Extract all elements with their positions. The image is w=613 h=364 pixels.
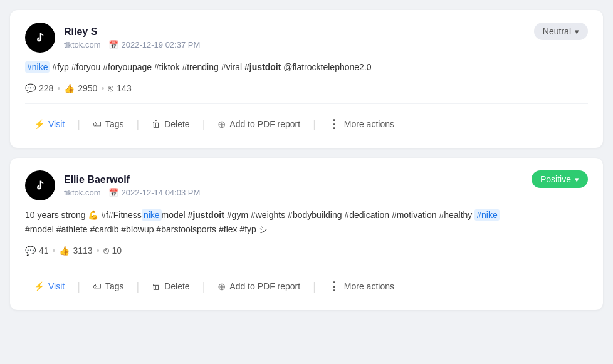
stat-dot-1: • xyxy=(57,83,60,93)
delete-icon: 🗑 xyxy=(152,281,160,291)
action-sep-3: | xyxy=(202,118,206,131)
pdf-icon: ⊕ xyxy=(217,118,226,130)
share-stat: ⎋ 10 xyxy=(103,245,122,256)
action-sep-4: | xyxy=(313,118,316,131)
like-stat: 👍 2950 xyxy=(64,83,97,93)
like-icon: 👍 xyxy=(59,246,70,256)
sentiment-label: Positive xyxy=(540,174,571,184)
share-count: 10 xyxy=(112,246,122,256)
action-sep-1: | xyxy=(77,280,80,293)
chevron-down-icon: ▾ xyxy=(575,27,579,36)
user-details: tiktok.com 📅 2022-12-14 04:03 PM xyxy=(64,188,200,197)
user-name: Ellie Baerwolf xyxy=(64,174,200,185)
post-card: Riley S tiktok.com 📅 2022-12-19 02:37 PM… xyxy=(10,10,603,148)
avatar xyxy=(25,170,55,200)
post-card: Ellie Baerwolf tiktok.com 📅 2022-12-14 0… xyxy=(10,158,603,310)
card-actions: ⚡ Visit | 🏷 Tags | 🗑 Delete | ⊕ Add to P… xyxy=(25,113,588,135)
avatar xyxy=(25,23,55,53)
post-stats: 💬 228 • 👍 2950 • ⎋ 143 xyxy=(25,83,588,93)
like-stat: 👍 3113 xyxy=(59,246,92,256)
visit-button[interactable]: ⚡ Visit xyxy=(25,277,73,296)
visit-icon: ⚡ xyxy=(34,119,45,129)
card-divider xyxy=(25,266,588,266)
user-info: Riley S tiktok.com 📅 2022-12-19 02:37 PM xyxy=(25,23,200,53)
action-sep-2: | xyxy=(136,118,139,131)
user-details: tiktok.com 📅 2022-12-19 02:37 PM xyxy=(64,40,200,49)
platform-label: tiktok.com xyxy=(64,40,101,49)
calendar-icon: 📅 xyxy=(108,188,118,197)
share-icon: ⎋ xyxy=(103,245,109,256)
user-name: Riley S xyxy=(64,26,200,38)
post-stats: 💬 41 • 👍 3113 • ⎋ 10 xyxy=(25,245,588,256)
post-content: #nike #fyp #foryou #foryoupage #tiktok #… xyxy=(25,60,588,74)
share-icon: ⎋ xyxy=(108,83,113,93)
stat-dot-2: • xyxy=(97,246,100,256)
visit-icon: ⚡ xyxy=(34,281,45,291)
stat-dot-2: • xyxy=(101,83,104,93)
post-date: 📅 2022-12-14 04:03 PM xyxy=(108,188,201,197)
post-date: 📅 2022-12-19 02:37 PM xyxy=(108,40,201,49)
delete-button[interactable]: 🗑 Delete xyxy=(143,277,198,296)
chevron-down-icon: ▾ xyxy=(575,175,579,184)
calendar-icon: 📅 xyxy=(108,40,118,49)
stat-dot-1: • xyxy=(53,246,56,256)
user-info: Ellie Baerwolf tiktok.com 📅 2022-12-14 0… xyxy=(25,170,200,200)
visit-button[interactable]: ⚡ Visit xyxy=(25,115,73,133)
delete-icon: 🗑 xyxy=(152,119,160,129)
share-count: 143 xyxy=(117,83,131,93)
tags-icon: 🏷 xyxy=(93,119,102,129)
more-actions-button[interactable]: ⋮ More actions xyxy=(320,113,403,135)
comment-stat: 💬 41 xyxy=(25,246,49,256)
add-to-pdf-button[interactable]: ⊕ Add to PDF report xyxy=(209,276,309,297)
pdf-icon: ⊕ xyxy=(217,281,226,293)
share-stat: ⎋ 143 xyxy=(108,83,131,93)
card-divider xyxy=(25,103,588,104)
add-to-pdf-button[interactable]: ⊕ Add to PDF report xyxy=(209,114,309,135)
comment-icon: 💬 xyxy=(25,83,36,93)
post-content: 10 years strong 💪 #f#Fitnessnikemodel #j… xyxy=(25,208,588,236)
delete-button[interactable]: 🗑 Delete xyxy=(143,115,198,133)
comment-stat: 💬 228 xyxy=(25,83,53,93)
card-header: Riley S tiktok.com 📅 2022-12-19 02:37 PM… xyxy=(25,23,588,53)
more-actions-icon: ⋮ xyxy=(328,117,340,131)
user-meta: Riley S tiktok.com 📅 2022-12-19 02:37 PM xyxy=(64,26,200,49)
action-sep-1: | xyxy=(77,118,80,131)
comment-icon: 💬 xyxy=(25,246,36,256)
card-actions: ⚡ Visit | 🏷 Tags | 🗑 Delete | ⊕ Add to P… xyxy=(25,275,588,298)
sentiment-badge[interactable]: Neutral ▾ xyxy=(534,23,588,40)
action-sep-4: | xyxy=(313,280,316,293)
sentiment-label: Neutral xyxy=(543,26,571,36)
comment-count: 228 xyxy=(39,83,53,93)
action-sep-2: | xyxy=(136,280,139,293)
more-actions-icon: ⋮ xyxy=(328,279,340,293)
tags-button[interactable]: 🏷 Tags xyxy=(84,115,133,133)
like-icon: 👍 xyxy=(64,83,75,93)
card-header: Ellie Baerwolf tiktok.com 📅 2022-12-14 0… xyxy=(25,170,588,200)
like-count: 3113 xyxy=(73,246,92,256)
tags-button[interactable]: 🏷 Tags xyxy=(84,277,133,296)
tags-icon: 🏷 xyxy=(93,281,102,291)
platform-label: tiktok.com xyxy=(64,188,101,197)
more-actions-button[interactable]: ⋮ More actions xyxy=(320,275,403,298)
comment-count: 41 xyxy=(39,246,49,256)
action-sep-3: | xyxy=(202,280,206,293)
user-meta: Ellie Baerwolf tiktok.com 📅 2022-12-14 0… xyxy=(64,174,200,197)
sentiment-badge[interactable]: Positive ▾ xyxy=(532,170,588,188)
like-count: 2950 xyxy=(78,83,97,93)
